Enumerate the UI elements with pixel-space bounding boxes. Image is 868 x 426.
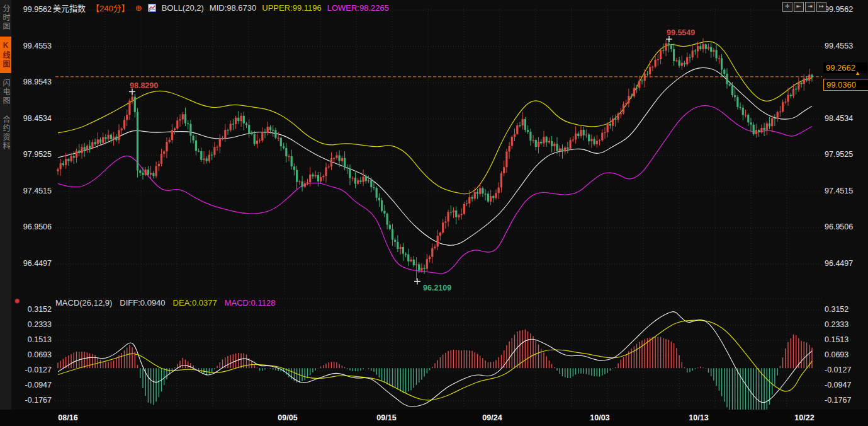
price-up-arrow-icon: ▲ (855, 70, 860, 76)
macd-axis-label-right: 0.3152 (825, 305, 848, 314)
price-axis-label-left: 99.9562 (11, 5, 52, 14)
price-axis-label-right: 99.9562 (825, 5, 853, 14)
boll-lower-value: LOWER:98.2265 (327, 3, 389, 13)
price-axis-label-left: 99.4553 (11, 42, 52, 50)
date-axis-label: 10/22 (794, 413, 814, 422)
macd-diff-value: DIFF:0.0940 (120, 298, 165, 308)
macd-axis-label-left: 0.3152 (11, 305, 52, 314)
date-axis-label: 08/16 (58, 413, 77, 422)
boll-mid-value: MID:98.6730 (210, 3, 256, 13)
price-axis-label-right: 98.4534 (825, 114, 853, 123)
crosshair-icon[interactable]: ✛ (782, 2, 792, 12)
date-axis-label: 09/15 (376, 413, 396, 422)
extreme-price-label: 96.2109 (423, 284, 451, 292)
price-axis-label-right: 96.9506 (825, 222, 853, 231)
macd-axis-label-left: 0.1513 (11, 335, 52, 344)
macd-axis-label-left: -0.0127 (11, 366, 52, 374)
date-axis-label: 09/24 (482, 413, 502, 422)
price-axis-label-right: 99.4553 (825, 42, 853, 50)
macd-indicator-label: MACD(26,12,9) (55, 298, 112, 308)
macd-axis-label-right: -0.0127 (825, 366, 851, 374)
boll-upper-value: UPPER:99.1196 (262, 3, 321, 13)
snap-right-icon[interactable]: ⇥ (805, 2, 815, 12)
extreme-price-label: 99.5549 (667, 28, 695, 37)
macd-axis-label-left: 0.0693 (11, 350, 52, 359)
macd-axis-label-left: 0.2333 (11, 320, 52, 329)
extreme-price-label: 98.8290 (130, 81, 158, 90)
symbol-title: 美元指数 (53, 2, 86, 14)
price-axis-label-right: 97.9525 (825, 150, 853, 159)
chart-overlays: 98.829099.554996.210999.956299.956299.45… (0, 0, 868, 426)
price-axis-label-left: 97.4515 (11, 187, 52, 195)
macd-header: MACD(26,12,9) DIFF:0.0940 DEA:0.0377 MAC… (55, 298, 275, 308)
date-axis-label: 10/13 (689, 413, 708, 422)
snap-left-icon[interactable]: ⇤ (794, 2, 804, 12)
shift-right-icon[interactable]: ↦ (816, 2, 826, 12)
macd-axis-label-right: -0.1767 (825, 396, 851, 405)
reference-price-tag: 99.2662 (823, 62, 867, 73)
price-axis-label-left: 98.4534 (11, 114, 52, 123)
macd-dea-value: DEA:0.0377 (173, 298, 217, 308)
chart-header: 美元指数 【240分】 ⊕ BOLL(20,2) MID:98.6730 UPP… (53, 2, 389, 14)
price-axis-label-right: 96.4497 (825, 259, 853, 268)
chart-icon[interactable] (148, 4, 156, 12)
price-axis-label-left: 98.9543 (11, 78, 52, 86)
macd-macd-value: MACD:0.1128 (225, 298, 276, 308)
macd-axis-label-right: 0.2333 (825, 320, 848, 329)
price-axis-label-left: 96.4497 (11, 259, 52, 268)
boll-indicator-label: BOLL(20,2) (162, 3, 204, 13)
macd-axis-label-left: -0.1767 (11, 396, 52, 405)
price-axis-label-left: 97.9525 (11, 150, 52, 159)
chart-toolbar: ✛ ⇤ ⇥ ↦ (782, 2, 826, 12)
macd-axis-label-right: -0.0947 (825, 381, 851, 389)
indicator-settings-icon[interactable]: ✹ (14, 297, 20, 306)
macd-axis-label-right: 0.1513 (825, 335, 848, 344)
date-axis-label: 10/03 (590, 413, 609, 422)
date-axis-label: 09/05 (278, 413, 297, 422)
macd-axis-label-right: 0.0693 (825, 350, 848, 359)
price-axis-label-right: 97.4515 (825, 187, 853, 195)
circle-plus-icon[interactable]: ⊕ (135, 3, 142, 13)
kline-app: 分时图 K线图 闪电图 合约资料 美元指数 【240分】 ⊕ BOLL(20,2… (0, 0, 868, 426)
price-axis-label-left: 96.9506 (11, 222, 52, 231)
macd-axis-label-left: -0.0947 (11, 381, 52, 389)
last-price-tag: 99.0360 (823, 79, 868, 91)
period-tag: 【240分】 (91, 2, 130, 14)
